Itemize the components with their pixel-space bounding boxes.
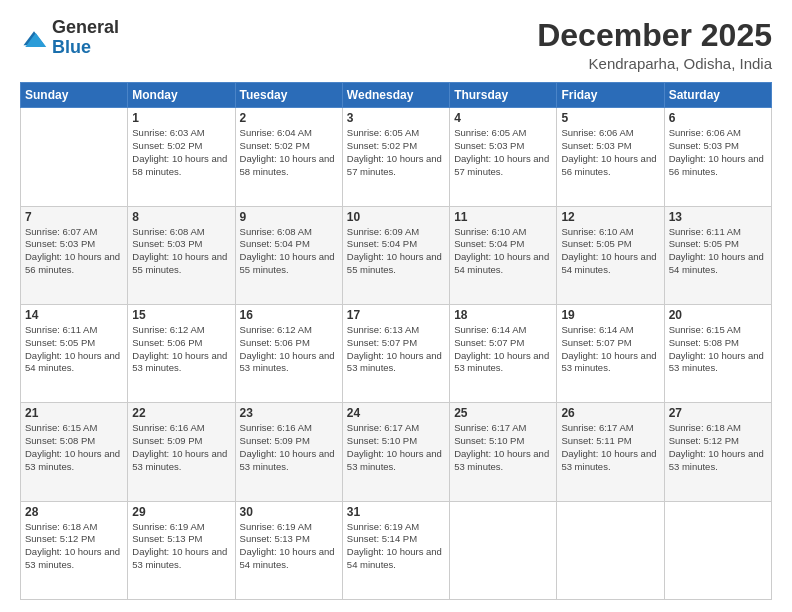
day-info: Sunrise: 6:06 AMSunset: 5:03 PMDaylight:… xyxy=(561,127,659,178)
calendar-week-row: 21Sunrise: 6:15 AMSunset: 5:08 PMDayligh… xyxy=(21,403,772,501)
calendar-week-row: 7Sunrise: 6:07 AMSunset: 5:03 PMDaylight… xyxy=(21,206,772,304)
table-row: 2Sunrise: 6:04 AMSunset: 5:02 PMDaylight… xyxy=(235,108,342,206)
day-info: Sunrise: 6:18 AMSunset: 5:12 PMDaylight:… xyxy=(25,521,123,572)
table-row: 17Sunrise: 6:13 AMSunset: 5:07 PMDayligh… xyxy=(342,304,449,402)
day-number: 19 xyxy=(561,308,659,322)
table-row: 9Sunrise: 6:08 AMSunset: 5:04 PMDaylight… xyxy=(235,206,342,304)
header-thursday: Thursday xyxy=(450,83,557,108)
day-number: 15 xyxy=(132,308,230,322)
table-row: 12Sunrise: 6:10 AMSunset: 5:05 PMDayligh… xyxy=(557,206,664,304)
day-info: Sunrise: 6:12 AMSunset: 5:06 PMDaylight:… xyxy=(132,324,230,375)
table-row: 26Sunrise: 6:17 AMSunset: 5:11 PMDayligh… xyxy=(557,403,664,501)
day-info: Sunrise: 6:13 AMSunset: 5:07 PMDaylight:… xyxy=(347,324,445,375)
day-info: Sunrise: 6:17 AMSunset: 5:10 PMDaylight:… xyxy=(454,422,552,473)
table-row: 30Sunrise: 6:19 AMSunset: 5:13 PMDayligh… xyxy=(235,501,342,599)
header: General Blue December 2025 Kendraparha, … xyxy=(20,18,772,72)
logo: General Blue xyxy=(20,18,119,58)
table-row: 7Sunrise: 6:07 AMSunset: 5:03 PMDaylight… xyxy=(21,206,128,304)
day-number: 21 xyxy=(25,406,123,420)
day-info: Sunrise: 6:17 AMSunset: 5:11 PMDaylight:… xyxy=(561,422,659,473)
calendar-week-row: 28Sunrise: 6:18 AMSunset: 5:12 PMDayligh… xyxy=(21,501,772,599)
month-title: December 2025 xyxy=(537,18,772,53)
day-number: 20 xyxy=(669,308,767,322)
day-number: 11 xyxy=(454,210,552,224)
page: General Blue December 2025 Kendraparha, … xyxy=(0,0,792,612)
day-info: Sunrise: 6:16 AMSunset: 5:09 PMDaylight:… xyxy=(132,422,230,473)
logo-text: General Blue xyxy=(52,18,119,58)
day-number: 4 xyxy=(454,111,552,125)
day-number: 24 xyxy=(347,406,445,420)
table-row: 3Sunrise: 6:05 AMSunset: 5:02 PMDaylight… xyxy=(342,108,449,206)
day-info: Sunrise: 6:10 AMSunset: 5:04 PMDaylight:… xyxy=(454,226,552,277)
table-row: 27Sunrise: 6:18 AMSunset: 5:12 PMDayligh… xyxy=(664,403,771,501)
day-info: Sunrise: 6:10 AMSunset: 5:05 PMDaylight:… xyxy=(561,226,659,277)
day-info: Sunrise: 6:05 AMSunset: 5:03 PMDaylight:… xyxy=(454,127,552,178)
calendar-week-row: 1Sunrise: 6:03 AMSunset: 5:02 PMDaylight… xyxy=(21,108,772,206)
table-row: 4Sunrise: 6:05 AMSunset: 5:03 PMDaylight… xyxy=(450,108,557,206)
day-number: 6 xyxy=(669,111,767,125)
table-row: 28Sunrise: 6:18 AMSunset: 5:12 PMDayligh… xyxy=(21,501,128,599)
header-friday: Friday xyxy=(557,83,664,108)
table-row: 19Sunrise: 6:14 AMSunset: 5:07 PMDayligh… xyxy=(557,304,664,402)
table-row: 23Sunrise: 6:16 AMSunset: 5:09 PMDayligh… xyxy=(235,403,342,501)
table-row: 1Sunrise: 6:03 AMSunset: 5:02 PMDaylight… xyxy=(128,108,235,206)
header-tuesday: Tuesday xyxy=(235,83,342,108)
day-info: Sunrise: 6:15 AMSunset: 5:08 PMDaylight:… xyxy=(25,422,123,473)
day-number: 29 xyxy=(132,505,230,519)
table-row: 10Sunrise: 6:09 AMSunset: 5:04 PMDayligh… xyxy=(342,206,449,304)
day-info: Sunrise: 6:07 AMSunset: 5:03 PMDaylight:… xyxy=(25,226,123,277)
day-info: Sunrise: 6:12 AMSunset: 5:06 PMDaylight:… xyxy=(240,324,338,375)
day-info: Sunrise: 6:06 AMSunset: 5:03 PMDaylight:… xyxy=(669,127,767,178)
day-number: 18 xyxy=(454,308,552,322)
day-info: Sunrise: 6:03 AMSunset: 5:02 PMDaylight:… xyxy=(132,127,230,178)
table-row: 29Sunrise: 6:19 AMSunset: 5:13 PMDayligh… xyxy=(128,501,235,599)
table-row: 21Sunrise: 6:15 AMSunset: 5:08 PMDayligh… xyxy=(21,403,128,501)
day-number: 2 xyxy=(240,111,338,125)
table-row: 22Sunrise: 6:16 AMSunset: 5:09 PMDayligh… xyxy=(128,403,235,501)
day-number: 3 xyxy=(347,111,445,125)
table-row: 18Sunrise: 6:14 AMSunset: 5:07 PMDayligh… xyxy=(450,304,557,402)
day-number: 8 xyxy=(132,210,230,224)
day-number: 31 xyxy=(347,505,445,519)
table-row: 20Sunrise: 6:15 AMSunset: 5:08 PMDayligh… xyxy=(664,304,771,402)
logo-blue-text: Blue xyxy=(52,38,119,58)
day-number: 12 xyxy=(561,210,659,224)
table-row: 8Sunrise: 6:08 AMSunset: 5:03 PMDaylight… xyxy=(128,206,235,304)
table-row xyxy=(21,108,128,206)
day-info: Sunrise: 6:11 AMSunset: 5:05 PMDaylight:… xyxy=(25,324,123,375)
header-monday: Monday xyxy=(128,83,235,108)
table-row: 14Sunrise: 6:11 AMSunset: 5:05 PMDayligh… xyxy=(21,304,128,402)
day-info: Sunrise: 6:19 AMSunset: 5:13 PMDaylight:… xyxy=(132,521,230,572)
day-info: Sunrise: 6:04 AMSunset: 5:02 PMDaylight:… xyxy=(240,127,338,178)
day-number: 16 xyxy=(240,308,338,322)
day-info: Sunrise: 6:14 AMSunset: 5:07 PMDaylight:… xyxy=(561,324,659,375)
header-sunday: Sunday xyxy=(21,83,128,108)
header-wednesday: Wednesday xyxy=(342,83,449,108)
day-info: Sunrise: 6:05 AMSunset: 5:02 PMDaylight:… xyxy=(347,127,445,178)
table-row: 25Sunrise: 6:17 AMSunset: 5:10 PMDayligh… xyxy=(450,403,557,501)
day-number: 17 xyxy=(347,308,445,322)
table-row: 13Sunrise: 6:11 AMSunset: 5:05 PMDayligh… xyxy=(664,206,771,304)
day-info: Sunrise: 6:08 AMSunset: 5:04 PMDaylight:… xyxy=(240,226,338,277)
calendar-week-row: 14Sunrise: 6:11 AMSunset: 5:05 PMDayligh… xyxy=(21,304,772,402)
table-row: 24Sunrise: 6:17 AMSunset: 5:10 PMDayligh… xyxy=(342,403,449,501)
day-info: Sunrise: 6:08 AMSunset: 5:03 PMDaylight:… xyxy=(132,226,230,277)
day-number: 7 xyxy=(25,210,123,224)
day-number: 23 xyxy=(240,406,338,420)
day-number: 5 xyxy=(561,111,659,125)
day-number: 13 xyxy=(669,210,767,224)
day-number: 9 xyxy=(240,210,338,224)
day-info: Sunrise: 6:09 AMSunset: 5:04 PMDaylight:… xyxy=(347,226,445,277)
day-info: Sunrise: 6:17 AMSunset: 5:10 PMDaylight:… xyxy=(347,422,445,473)
logo-icon xyxy=(20,26,48,54)
day-number: 28 xyxy=(25,505,123,519)
table-row: 16Sunrise: 6:12 AMSunset: 5:06 PMDayligh… xyxy=(235,304,342,402)
day-number: 27 xyxy=(669,406,767,420)
day-info: Sunrise: 6:19 AMSunset: 5:13 PMDaylight:… xyxy=(240,521,338,572)
table-row: 31Sunrise: 6:19 AMSunset: 5:14 PMDayligh… xyxy=(342,501,449,599)
table-row xyxy=(450,501,557,599)
day-info: Sunrise: 6:15 AMSunset: 5:08 PMDaylight:… xyxy=(669,324,767,375)
table-row: 6Sunrise: 6:06 AMSunset: 5:03 PMDaylight… xyxy=(664,108,771,206)
day-number: 1 xyxy=(132,111,230,125)
calendar-header-row: Sunday Monday Tuesday Wednesday Thursday… xyxy=(21,83,772,108)
